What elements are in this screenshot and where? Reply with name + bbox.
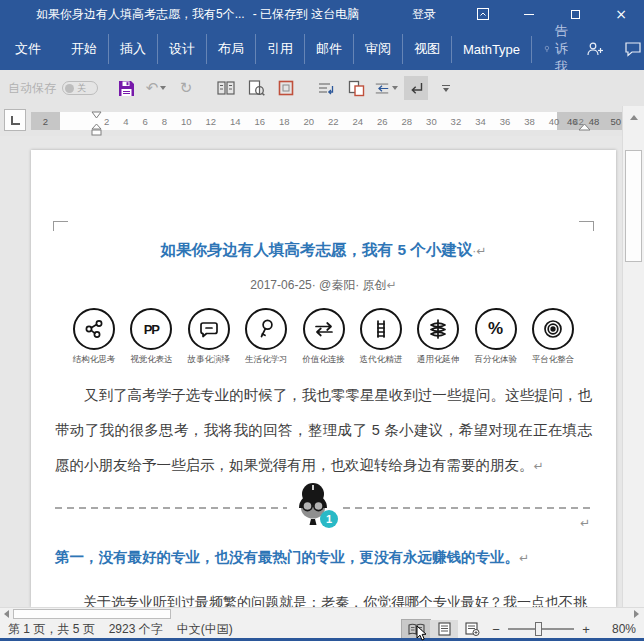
- pilcrow-mark: ↵: [519, 551, 529, 565]
- customize-qat-button[interactable]: [434, 76, 458, 100]
- ribbon-display-options-button[interactable]: [460, 0, 506, 28]
- web-layout-button[interactable]: [458, 620, 486, 638]
- print-layout-icon: [438, 622, 451, 636]
- doc-icon-percent-experience: % 百分化体验: [469, 308, 523, 366]
- two-pages-icon: [217, 81, 235, 95]
- word-count-indicator[interactable]: 2923 个字: [109, 621, 163, 638]
- page-borders-button[interactable]: [274, 76, 298, 100]
- zoom-slider[interactable]: [508, 628, 574, 630]
- tab-stop-left-icon: [11, 116, 20, 125]
- scroll-left-icon: [4, 610, 9, 618]
- scroll-up-icon: [630, 115, 638, 120]
- close-button[interactable]: ×: [598, 0, 644, 28]
- page-break-button[interactable]: [374, 76, 398, 100]
- horizontal-scrollbar-thumb[interactable]: [13, 609, 171, 619]
- tab-design[interactable]: 设计: [157, 34, 206, 64]
- page-number-indicator[interactable]: 第 1 页，共 5 页: [8, 621, 95, 638]
- print-preview-icon: [248, 80, 265, 97]
- ruler-numbers: 24681012141618202224262830323436384042: [104, 112, 584, 130]
- doc-heading-title: 如果你身边有人填高考志愿，我有 5 个小建议·↵: [31, 240, 616, 261]
- print-preview-button[interactable]: [244, 76, 268, 100]
- tab-file[interactable]: 文件: [4, 34, 52, 64]
- hanging-indent-marker[interactable]: [91, 123, 102, 136]
- first-line-indent-marker[interactable]: [91, 111, 102, 119]
- person-add-icon[interactable]: [586, 41, 604, 57]
- tell-me-box[interactable]: 告诉我: [532, 22, 586, 76]
- tab-home[interactable]: 开始: [60, 34, 108, 64]
- autosave-toggle-pill: 关: [62, 81, 98, 95]
- doc-icon-value-connection: 价值化连接: [297, 308, 351, 366]
- redo-button[interactable]: ↻: [174, 76, 198, 100]
- scroll-up-button[interactable]: [623, 108, 644, 126]
- read-mode-button[interactable]: [402, 620, 430, 638]
- pilcrow-mark: ↵: [476, 244, 486, 258]
- autosave-label: 自动保存: [8, 80, 56, 97]
- ribbon-display-options-icon: [476, 7, 490, 21]
- key-icon: [245, 308, 287, 350]
- doc-paragraph-1: 又到了高考学子选专业的时候了，我也零零星星收到过一些提问。这些提问，也带动了我的…: [55, 378, 592, 484]
- doc-heading-1: 第一，没有最好的专业，也没有最热门的专业，更没有永远赚钱的专业。↵: [55, 548, 600, 567]
- mouse-cursor-icon: [416, 625, 427, 641]
- autosave-toggle[interactable]: 自动保存 关: [8, 80, 98, 97]
- scroll-right-icon: [634, 610, 639, 618]
- share-network-icon: [73, 308, 115, 350]
- vertical-scrollbar-thumb[interactable]: [625, 150, 642, 262]
- doc-icon-generalization: 通用化延伸: [411, 308, 465, 366]
- tab-mailings[interactable]: 邮件: [304, 34, 353, 64]
- layer-stack-icon: [417, 308, 459, 350]
- undo-dropdown-caret: [160, 86, 166, 90]
- tab-layout[interactable]: 布局: [206, 34, 255, 64]
- target-rings-icon: [532, 308, 574, 350]
- insert-lines-button[interactable]: [314, 76, 338, 100]
- right-indent-marker[interactable]: [578, 123, 591, 131]
- document-page[interactable]: 如果你身边有人填高考志愿，我有 5 个小建议·↵ 2017-06-25· @秦阳…: [31, 150, 616, 607]
- doc-paragraph-2-partial: 关于选专业听到过最频繁的问题就是：老秦，你觉得哪个专业最好？我一点也不挑: [55, 592, 592, 607]
- tab-review[interactable]: 审阅: [353, 34, 402, 64]
- text-boundary-mark-left: [53, 221, 68, 231]
- minimize-icon: [524, 14, 534, 15]
- copy-pages-icon: [348, 80, 365, 97]
- page-border-icon: [278, 80, 294, 96]
- tab-view[interactable]: 视图: [402, 34, 451, 64]
- zoom-slider-handle[interactable]: [535, 622, 542, 636]
- page-break-dropdown-caret: [392, 86, 398, 90]
- scroll-left-button[interactable]: [0, 608, 13, 620]
- horizontal-ruler[interactable]: 2 464850 2468101214161820222426283032343…: [31, 112, 631, 130]
- quick-access-toolbar: 自动保存 关 ↶ ↻: [0, 70, 644, 106]
- pilcrow-mark: ↵: [387, 278, 397, 292]
- autosave-state: 关: [77, 82, 86, 95]
- percent-icon: %: [475, 308, 517, 350]
- exchange-arrows-icon: [303, 308, 345, 350]
- side-by-side-view-button[interactable]: [214, 76, 238, 100]
- zoom-level-indicator[interactable]: 80%: [596, 622, 636, 636]
- tab-insert[interactable]: 插入: [108, 34, 157, 64]
- zoom-in-button[interactable]: +: [576, 622, 596, 637]
- text-boundary-mark-right: [579, 221, 594, 231]
- lightbulb-icon: [544, 42, 550, 56]
- zoom-out-button[interactable]: −: [486, 622, 506, 637]
- customize-qat-icon: [442, 85, 450, 92]
- sign-in-button[interactable]: 登录: [412, 6, 436, 23]
- comment-icon[interactable]: [624, 41, 642, 57]
- doc-icon-strip: 结构化思考 PP 视觉化表达 故事化演绎 生活化学习: [67, 308, 580, 366]
- vertical-scrollbar[interactable]: [622, 106, 644, 607]
- copy-pages-button[interactable]: [344, 76, 368, 100]
- scroll-right-button[interactable]: [630, 608, 643, 620]
- speech-bubble-icon: [188, 308, 230, 350]
- tab-references[interactable]: 引用: [255, 34, 304, 64]
- print-layout-button[interactable]: [430, 620, 458, 638]
- doc-icon-life-learning: 生活化学习: [239, 308, 293, 366]
- author-avatar: 1: [287, 481, 343, 533]
- horizontal-scrollbar[interactable]: [0, 607, 644, 620]
- save-icon: [118, 80, 135, 97]
- language-indicator[interactable]: 中文(中国): [177, 621, 233, 638]
- tab-stop-selector[interactable]: [4, 109, 26, 131]
- tab-mathtype[interactable]: MathType: [451, 36, 532, 63]
- save-button[interactable]: [114, 76, 138, 100]
- avatar-badge: 1: [326, 513, 332, 525]
- close-icon: ×: [615, 7, 627, 21]
- show-marks-icon: [408, 81, 425, 96]
- show-formatting-marks-button[interactable]: [404, 76, 428, 100]
- undo-button[interactable]: ↶: [144, 76, 168, 100]
- status-bar: 第 1 页，共 5 页 2923 个字 中文(中国): [0, 620, 644, 638]
